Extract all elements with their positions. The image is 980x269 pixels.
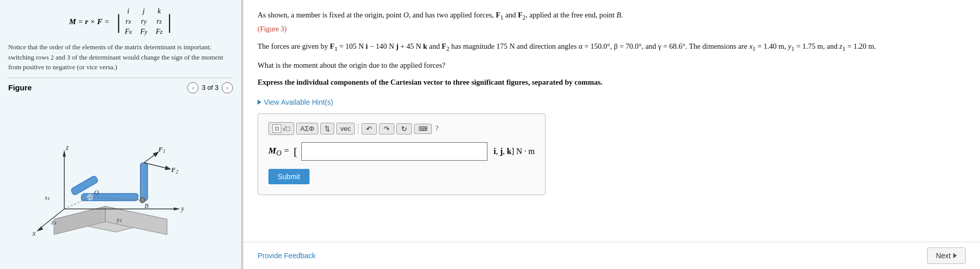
help-button[interactable]: ? — [435, 124, 439, 133]
next-button[interactable]: Next — [927, 247, 966, 264]
answer-input[interactable] — [301, 142, 487, 161]
cell-rx: rx — [121, 16, 136, 27]
cell-rz: rz — [152, 16, 167, 27]
cell-i: i — [121, 6, 136, 16]
matrix-grid: i j k rx ry rz Fx Fy Fz — [121, 6, 167, 37]
answer-box: ⊡ √□ ΑΣΦ ⇅ vec ↶ ↷ ↻ ⌨ ? MO = [ — [258, 113, 546, 195]
matrix-eq-label: M = r × F = — [69, 17, 109, 26]
svg-text:F2: F2 — [171, 166, 178, 175]
problem-question: What is the moment about the origin due … — [258, 60, 966, 72]
bottom-bar: Provide Feedback Next — [243, 242, 980, 269]
submit-button[interactable]: Submit — [268, 169, 310, 184]
figure-reference: (Figure 3) — [258, 25, 286, 33]
eq-label: MO = — [268, 146, 289, 158]
svg-text:x₁: x₁ — [44, 194, 50, 201]
problem-intro: As shown, a member is fixed at the origi… — [258, 9, 966, 35]
svg-line-22 — [144, 152, 158, 163]
feedback-link[interactable]: Provide Feedback — [258, 252, 316, 260]
figure-page-indicator: 3 of 3 — [202, 84, 219, 91]
superscript-button[interactable]: ⇅ — [320, 123, 334, 134]
bracket-right: | — [167, 11, 172, 32]
svg-text:F1: F1 — [158, 145, 166, 154]
reset-button[interactable]: ↻ — [396, 123, 412, 134]
matrix-determinant: | i j k rx ry rz Fx Fy Fz | — [116, 6, 172, 37]
cell-fz: Fz — [152, 27, 167, 37]
cell-ry: ry — [137, 16, 151, 27]
superscript-icon: ⇅ — [324, 125, 330, 132]
hint-arrow-icon — [258, 100, 261, 105]
svg-text:x: x — [32, 229, 36, 237]
sqrt-icon: √□ — [282, 125, 290, 133]
svg-rect-16 — [140, 163, 148, 201]
matrix-block: M = r × F = | i j k rx ry rz Fx Fy Fz | — [8, 6, 233, 37]
cell-fy: Fy — [137, 27, 151, 37]
next-label: Next — [936, 252, 951, 260]
matrix-tool-button[interactable]: ⊡ √□ — [268, 122, 294, 135]
right-panel: As shown, a member is fixed at the origi… — [243, 0, 980, 269]
svg-marker-10 — [37, 226, 43, 232]
cell-fx: Fx — [121, 27, 136, 37]
figure-diagram: z y x x₁ y₁ z₁ O — [8, 93, 233, 263]
svg-text:B: B — [144, 202, 149, 209]
figure-title: Figure — [8, 83, 32, 92]
bracket-left: | — [116, 11, 121, 32]
cell-k: k — [152, 6, 167, 16]
notice-text: Notice that the order of the elements of… — [8, 42, 233, 72]
vector-label: vec — [340, 125, 351, 132]
problem-instruction: Express the individual components of the… — [258, 76, 966, 89]
next-chevron-icon — [953, 253, 957, 258]
figure-prev-button[interactable]: ‹ — [187, 82, 198, 93]
eq-units: i, j, k] N · m — [492, 147, 535, 156]
hint-label: View Available Hint(s) — [264, 98, 333, 106]
svg-marker-7 — [174, 207, 180, 210]
math-toolbar: ⊡ √□ ΑΣΦ ⇅ vec ↶ ↷ ↻ ⌨ ? — [268, 122, 535, 135]
eq-open-bracket: [ — [294, 145, 297, 158]
toolbar-separator — [358, 124, 358, 134]
cell-j: j — [137, 6, 151, 16]
svg-text:z₁: z₁ — [51, 219, 57, 226]
greek-symbols-button[interactable]: ΑΣΦ — [296, 123, 318, 134]
vector-button[interactable]: vec — [336, 123, 355, 134]
figure-nav-controls: ‹ 3 of 3 › — [187, 82, 233, 93]
svg-text:y: y — [180, 205, 185, 213]
undo-button[interactable]: ↶ — [361, 123, 377, 134]
hint-toggle[interactable]: View Available Hint(s) — [258, 98, 966, 106]
keyboard-button[interactable]: ⌨ — [414, 124, 432, 134]
figure-next-button[interactable]: › — [222, 82, 233, 93]
svg-text:z: z — [65, 144, 69, 151]
svg-text:y₁: y₁ — [116, 216, 122, 223]
left-panel: M = r × F = | i j k rx ry rz Fx Fy Fz | — [0, 0, 242, 269]
problem-forces: The forces are given by F1 = 105 N i − 1… — [258, 41, 966, 54]
figure-header: Figure ‹ 3 of 3 › — [8, 78, 233, 93]
greek-label: ΑΣΦ — [300, 125, 314, 132]
equation-row: MO = [ i, j, k] N · m — [268, 142, 535, 161]
svg-text:O: O — [94, 188, 99, 196]
matrix-icon: ⊡ — [273, 124, 281, 133]
redo-button[interactable]: ↷ — [379, 123, 394, 134]
figure-svg: z y x x₁ y₁ z₁ O — [23, 111, 219, 245]
